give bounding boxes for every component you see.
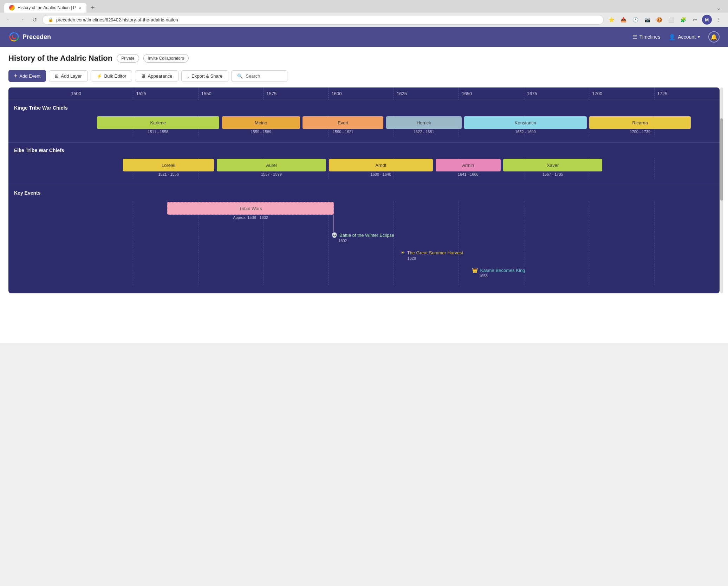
king-icon: 👑 [472,267,478,273]
notification-button[interactable]: 🔔 [708,31,720,43]
event-battle-winter[interactable]: 💀 Battle of the Winter Eclipse 1602 [331,232,394,243]
private-badge[interactable]: Private [117,54,139,63]
add-event-button[interactable]: + Add Event [8,70,46,82]
kinge-spacer [8,116,68,137]
search-label: Search [246,73,260,79]
timelines-nav[interactable]: ☰ Timelines [632,34,660,40]
cookie-button[interactable]: 🍪 [654,15,664,25]
menu-icon: ☰ [632,34,637,40]
account-icon: 👤 [669,34,676,40]
menu-button[interactable]: ⋮ [714,15,724,25]
event-kasmir-king[interactable]: 👑 Kasmir Becomes King 1658 [472,267,525,278]
event-ricarda[interactable]: Ricarda 1700 - 1739 [589,116,691,134]
appearance-button[interactable]: 🖥 Appearance [135,70,178,82]
plus-icon: + [14,73,17,79]
grid-col [68,201,133,285]
event-summer-harvest[interactable]: ☀ The Great Summer Harvest 1629 [401,250,463,260]
back-button[interactable]: ← [4,15,14,25]
key-events-section: Key Events [8,185,720,293]
add-layer-label: Add Layer [61,73,82,79]
toolbar: + Add Event ⊞ Add Layer ⚡ Bulk Editor 🖥 … [0,67,728,87]
year-1575: 1575 [264,87,329,100]
key-events-section-header: Key Events [8,185,720,201]
tab-title: History of the Adalric Nation | P [18,5,76,10]
account-nav[interactable]: 👤 Account ▾ [669,34,700,40]
export-share-button[interactable]: ↓ Export & Share [181,70,229,82]
layers-icon: ⊞ [55,73,59,79]
elke-spacer [8,158,68,179]
reload-button[interactable]: ↺ [30,15,39,25]
sidebar-button[interactable]: ▭ [690,15,700,25]
event-arndt[interactable]: Arndt 1600 - 1640 [329,159,433,176]
bookmark-button[interactable]: ⭐ [606,15,616,25]
grid-col [655,201,720,285]
kinge-section-title: Kinge Tribe War Chiefs [14,105,68,111]
battle-winter-date: 1602 [331,239,394,243]
timeline-container: 1500 1525 1550 1575 1600 1625 1650 1675 … [8,87,720,293]
event-aurel[interactable]: Aurel 1557 - 1599 [217,159,326,176]
grid-col [394,201,459,285]
profile-button[interactable]: M [702,15,712,25]
add-layer-button[interactable]: ⊞ Add Layer [49,70,87,82]
app: Preceden ☰ Timelines 👤 Account ▾ 🔔 Histo… [0,27,728,343]
event-meino[interactable]: Meino 1559 - 1589 [222,116,300,134]
logo[interactable]: Preceden [8,31,51,43]
kasmir-king-label: Kasmir Becomes King [480,268,525,273]
tribal-wars-line [333,215,334,232]
grid-col [655,158,720,179]
account-label: Account [678,34,696,40]
event-lorelei[interactable]: Lorelei 1521 - 1556 [123,159,214,176]
elke-section-header: Elke Tribe War Chiefs [8,143,720,158]
timelines-label: Timelines [639,34,660,40]
kasmir-king-date: 1658 [472,274,525,278]
forward-button[interactable]: → [17,15,27,25]
browser-chrome: History of the Adalric Nation | P × + ⌄ … [0,0,728,27]
history-button[interactable]: 🕐 [630,15,640,25]
logo-icon [8,31,20,43]
share-button[interactable]: 📤 [618,15,628,25]
tab-menu-button[interactable]: ⌄ [714,3,724,13]
download-icon: ↓ [187,73,190,79]
address-bar[interactable]: 🔒 preceden.com/timelines/829402-history-… [42,15,604,25]
close-tab-button[interactable]: × [79,5,82,11]
bulk-editor-button[interactable]: ⚡ Bulk Editor [91,70,132,82]
camera-button[interactable]: 📷 [642,15,652,25]
grid-col [329,201,394,285]
event-xaver[interactable]: Xaver 1667 - 1705 [503,159,602,176]
page-header: History of the Adalric Nation Private In… [0,47,728,67]
event-evert[interactable]: Evert 1590 - 1621 [303,116,383,134]
svg-point-0 [9,32,19,42]
new-tab-button[interactable]: + [88,3,98,13]
elke-section-title: Elke Tribe War Chiefs [14,148,64,153]
puzzle-button[interactable]: 🧩 [678,15,688,25]
add-event-label: Add Event [19,73,40,79]
export-share-label: Export & Share [191,73,222,79]
event-tribal-wars[interactable]: Tribal Wars Approx. 1538 - 1602 [167,202,334,220]
search-icon: 🔍 [237,73,243,79]
bell-icon: 🔔 [710,34,717,40]
screen-capture-button[interactable]: ⬜ [666,15,676,25]
sun-icon: ☀ [401,250,405,255]
palette-icon: 🖥 [141,73,145,79]
browser-actions: ⭐ 📤 🕐 📷 🍪 ⬜ 🧩 ▭ M ⋮ [606,15,724,25]
scrollbar-thumb[interactable] [720,118,723,201]
key-events-spacer [8,201,68,285]
invite-collaborators-badge[interactable]: Invite Collaborators [143,54,189,63]
event-konstantin[interactable]: Konstantin 1652 - 1699 [464,116,587,134]
chevron-down-icon: ▾ [698,34,700,39]
tab-favicon [9,5,15,11]
elke-events-row: Lorelei 1521 - 1556 Aurel 1557 - 1599 Ar… [8,158,720,185]
scrollbar-track[interactable] [720,87,723,293]
event-herrick[interactable]: Herrick 1622 - 1651 [386,116,462,134]
battle-winter-label: Battle of the Winter Eclipse [339,233,394,238]
event-karlene[interactable]: Karlene 1511 - 1558 [97,116,220,134]
secure-icon: 🔒 [48,17,53,22]
summer-harvest-date: 1629 [401,256,463,260]
appearance-label: Appearance [148,73,172,79]
active-tab[interactable]: History of the Adalric Nation | P × [4,3,86,13]
search-button[interactable]: 🔍 Search [231,70,287,82]
grid-col [524,201,589,285]
key-events-area: Tribal Wars Approx. 1538 - 1602 💀 Battle… [68,201,720,285]
year-1525: 1525 [133,87,198,100]
event-armin[interactable]: Armin 1641 - 1666 [436,159,501,176]
